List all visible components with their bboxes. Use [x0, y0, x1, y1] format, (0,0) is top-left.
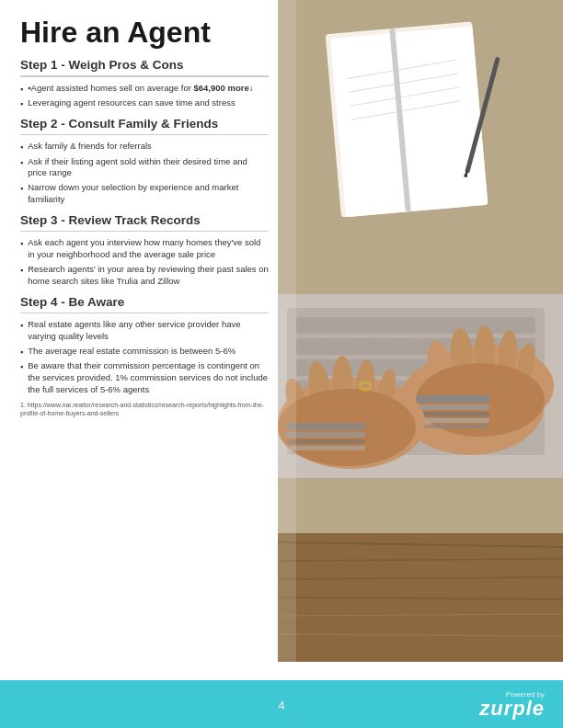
step1-divider — [20, 75, 269, 77]
step2-heading: Step 2 - Consult Family & Friends — [20, 117, 269, 131]
powered-by-label: Powered by — [479, 690, 545, 699]
step2-bullet3-text: Narrow down your selection by experience… — [28, 182, 269, 206]
svg-rect-62 — [287, 423, 365, 430]
step3-section: Step 3 - Review Track Records Ask each a… — [20, 213, 269, 288]
zurple-logo: zurple — [479, 697, 545, 720]
step1-bullets: ▪ Agent assisted homes sell on average f… — [20, 83, 269, 109]
step1-bullet1-text: Agent assisted homes sell on average for… — [31, 83, 254, 95]
page-number: 4 — [278, 699, 284, 712]
left-content-panel: Hire an Agent Step 1 - Weigh Pros & Cons… — [0, 0, 285, 728]
step2-bullet1: Ask family & friends for referrals — [20, 141, 269, 153]
step2-bullet2: Ask if their listing agent sold within t… — [20, 156, 269, 180]
step2-bullets: Ask family & friends for referrals Ask i… — [20, 141, 269, 205]
step4-bullet2: The average real estate commission is be… — [20, 346, 269, 358]
svg-rect-65 — [289, 446, 365, 450]
bottom-bar: 4 Powered by zurple — [0, 680, 563, 728]
step4-bullet3-text: Be aware that their commission percentag… — [28, 360, 269, 395]
svg-rect-12 — [296, 317, 535, 334]
page: Hire an Agent Step 1 - Weigh Pros & Cons… — [0, 0, 563, 728]
step3-bullet2: Research agents' in your area by reviewi… — [20, 264, 269, 288]
step1-bold: $64,900 more — [193, 83, 248, 93]
step4-heading: Step 4 - Be Aware — [20, 295, 269, 309]
step4-bullets: Real estate agents like any other servic… — [20, 319, 269, 395]
step3-heading: Step 3 - Review Track Records — [20, 213, 269, 227]
footnote-url: https://www.nar.realtor/research-and-sta… — [20, 402, 264, 416]
footnote: 1. https://www.nar.realtor/research-and-… — [20, 401, 269, 417]
step3-divider — [20, 231, 269, 233]
svg-rect-64 — [287, 439, 365, 444]
step4-bullet1-text: Real estate agents like any other servic… — [28, 319, 269, 343]
page-title: Hire an Agent — [20, 17, 269, 49]
step4-bullet3: Be aware that their commission percentag… — [20, 360, 269, 395]
step1-section: Step 1 - Weigh Pros & Cons ▪ Agent assis… — [20, 58, 269, 109]
svg-rect-49 — [416, 395, 489, 403]
step3-bullet1: Ask each agent you interview how many ho… — [20, 237, 269, 261]
zurple-brand: Powered by zurple — [479, 690, 545, 719]
svg-rect-51 — [416, 412, 489, 416]
step4-section: Step 4 - Be Aware Real estate agents lik… — [20, 295, 269, 396]
step1-bullet2: Leveraging agent resources can save time… — [20, 97, 269, 109]
svg-rect-50 — [414, 404, 489, 410]
step4-bullet2-text: The average real estate commission is be… — [28, 346, 236, 358]
svg-rect-52 — [418, 418, 489, 423]
step2-bullet3: Narrow down your selection by experience… — [20, 182, 269, 206]
step2-divider — [20, 134, 269, 136]
hero-image-svg — [278, 0, 563, 662]
step2-bullet1-text: Ask family & friends for referrals — [28, 141, 152, 153]
step1-bullet1: ▪ Agent assisted homes sell on average f… — [20, 83, 269, 95]
svg-rect-63 — [285, 432, 365, 438]
step2-section: Step 2 - Consult Family & Friends Ask fa… — [20, 117, 269, 206]
step3-bullet2-text: Research agents' in your area by reviewi… — [28, 264, 269, 288]
step4-bullet1: Real estate agents like any other servic… — [20, 319, 269, 343]
svg-rect-2 — [330, 26, 488, 217]
svg-rect-53 — [416, 425, 489, 428]
step3-bullets: Ask each agent you interview how many ho… — [20, 237, 269, 287]
step4-divider — [20, 313, 269, 314]
footnote-number: 1. — [20, 402, 26, 408]
step1-bullet2-text: Leveraging agent resources can save time… — [28, 97, 236, 109]
step2-bullet2-text: Ask if their listing agent sold within t… — [28, 156, 269, 180]
step3-bullet1-text: Ask each agent you interview how many ho… — [28, 237, 269, 261]
step1-heading: Step 1 - Weigh Pros & Cons — [20, 58, 269, 72]
hero-image-panel — [278, 0, 563, 662]
